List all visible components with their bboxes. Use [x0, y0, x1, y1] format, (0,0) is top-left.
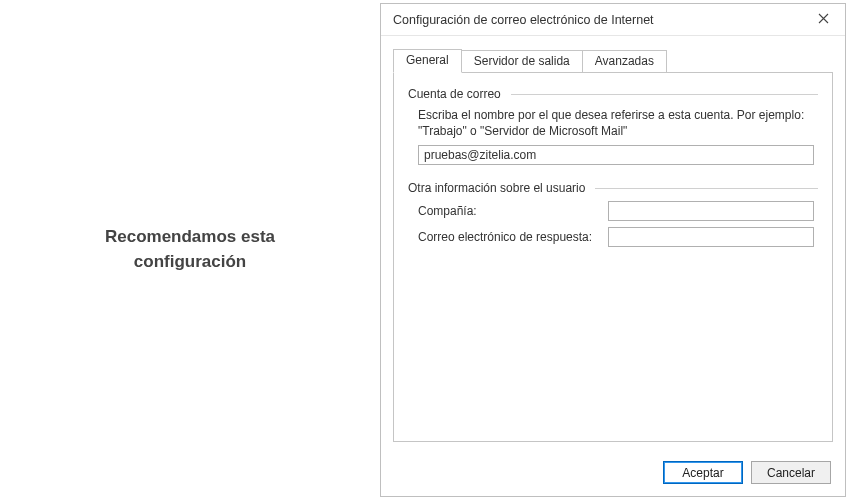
- dialog-title: Configuración de correo electrónico de I…: [393, 13, 809, 27]
- tab-general[interactable]: General: [393, 49, 462, 73]
- account-name-instruction: Escriba el nombre por el que desea refer…: [418, 107, 814, 139]
- ok-button[interactable]: Aceptar: [663, 461, 743, 484]
- divider: [511, 94, 818, 95]
- caption-text: Recomendamos esta configuración: [50, 225, 330, 274]
- recommendation-caption: Recomendamos esta configuración: [0, 0, 380, 500]
- tab-advanced[interactable]: Avanzadas: [582, 50, 667, 72]
- tabpanel-general: Cuenta de correo Escriba el nombre por e…: [393, 72, 833, 442]
- email-settings-dialog: Configuración de correo electrónico de I…: [380, 3, 846, 497]
- cancel-button[interactable]: Cancelar: [751, 461, 831, 484]
- reply-email-input[interactable]: [608, 227, 814, 247]
- tabs: General Servidor de salida Avanzadas: [393, 48, 833, 72]
- dialog-titlebar: Configuración de correo electrónico de I…: [381, 4, 845, 36]
- close-button[interactable]: [809, 8, 837, 32]
- legend-mail-account: Cuenta de correo: [408, 87, 505, 101]
- fieldset-mail-account: Cuenta de correo Escriba el nombre por e…: [408, 87, 818, 165]
- tab-outgoing-server[interactable]: Servidor de salida: [461, 50, 583, 72]
- company-label: Compañía:: [418, 204, 608, 218]
- dialog-body: General Servidor de salida Avanzadas Cue…: [381, 36, 845, 451]
- dialog-footer: Aceptar Cancelar: [381, 451, 845, 496]
- fieldset-user-info: Otra información sobre el usuario Compañ…: [408, 181, 818, 247]
- company-input[interactable]: [608, 201, 814, 221]
- reply-email-label: Correo electrónico de respuesta:: [418, 230, 608, 244]
- account-name-input[interactable]: [418, 145, 814, 165]
- divider: [595, 188, 818, 189]
- close-icon: [818, 13, 829, 27]
- legend-user-info: Otra información sobre el usuario: [408, 181, 589, 195]
